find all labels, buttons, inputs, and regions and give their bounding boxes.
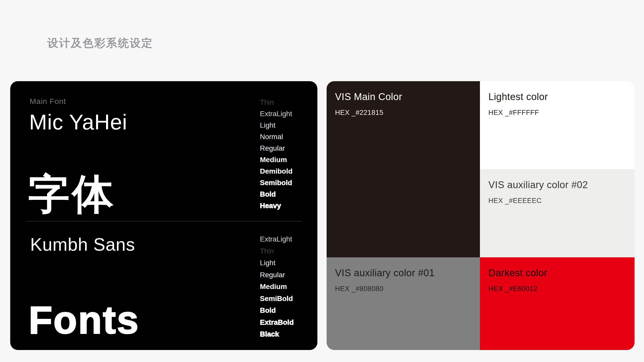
weight-item: ExtraBold (260, 317, 294, 329)
main-font-name: Mic YaHei (29, 110, 127, 135)
swatch-hex-value: HEX _#EEEEEC (488, 197, 542, 205)
weight-item: Bold (260, 188, 293, 200)
card-divider (26, 221, 302, 222)
swatch-name: Darkest color (488, 268, 547, 279)
secondary-font-specimen: Fonts (29, 298, 140, 342)
main-font-weight-list: Thin ExtraLight Light Normal Regular Med… (260, 96, 293, 211)
weight-item: Medium (260, 154, 293, 165)
weight-item: Heavy (260, 200, 293, 211)
color-swatch-lightest: Lightest color HEX _#FFFFFF (480, 81, 635, 169)
weight-item: Light (260, 257, 294, 269)
weight-item: Black (260, 328, 294, 340)
weight-item: SemiBold (260, 293, 294, 305)
color-swatch-vis-main: VIS Main Color HEX _#221815 (327, 81, 480, 257)
weight-item: Demibold (260, 165, 293, 177)
typography-card: Main Font Mic YaHei 字体 Thin ExtraLight L… (10, 81, 317, 350)
secondary-font-name: Kumbh Sans (30, 234, 135, 255)
swatch-name: VIS Main Color (335, 91, 402, 102)
swatch-hex-value: HEX _#221815 (335, 109, 383, 117)
secondary-font-weight-list: ExtraLight Thin Light Regular Medium Sem… (260, 233, 294, 340)
weight-item: ExtraLight (260, 233, 294, 245)
weight-item: Regular (260, 269, 294, 281)
color-swatch-darkest: Darkest color HEX _#E60012 (480, 257, 635, 350)
swatch-hex-value: HEX _#808080 (335, 285, 383, 293)
swatch-name: Lightest color (488, 91, 548, 102)
main-font-label: Main Font (30, 97, 66, 106)
weight-item: Regular (260, 142, 293, 154)
weight-item: ExtraLight (260, 108, 293, 119)
swatch-name: VIS auxiliary color #02 (488, 179, 588, 190)
weight-item: Medium (260, 281, 294, 293)
swatch-name: VIS auxiliary color #01 (335, 268, 435, 279)
weight-item: Semibold (260, 177, 293, 188)
weight-item: Light (260, 119, 293, 131)
page-title: 设计及色彩系统设定 (47, 36, 153, 51)
color-swatch-auxiliary-01: VIS auxiliary color #01 HEX _#808080 (327, 257, 480, 350)
swatch-hex-value: HEX _#E60012 (488, 285, 537, 293)
weight-item: Thin (260, 96, 293, 108)
swatch-hex-value: HEX _#FFFFFF (488, 109, 539, 117)
color-swatch-auxiliary-02: VIS auxiliary color #02 HEX _#EEEEEC (480, 169, 635, 257)
main-font-cjk-specimen: 字体 (28, 169, 116, 219)
weight-item: Bold (260, 305, 294, 317)
weight-item: Normal (260, 131, 293, 142)
weight-item: Thin (260, 245, 294, 257)
color-system-grid: VIS Main Color HEX _#221815 Lightest col… (327, 81, 635, 350)
